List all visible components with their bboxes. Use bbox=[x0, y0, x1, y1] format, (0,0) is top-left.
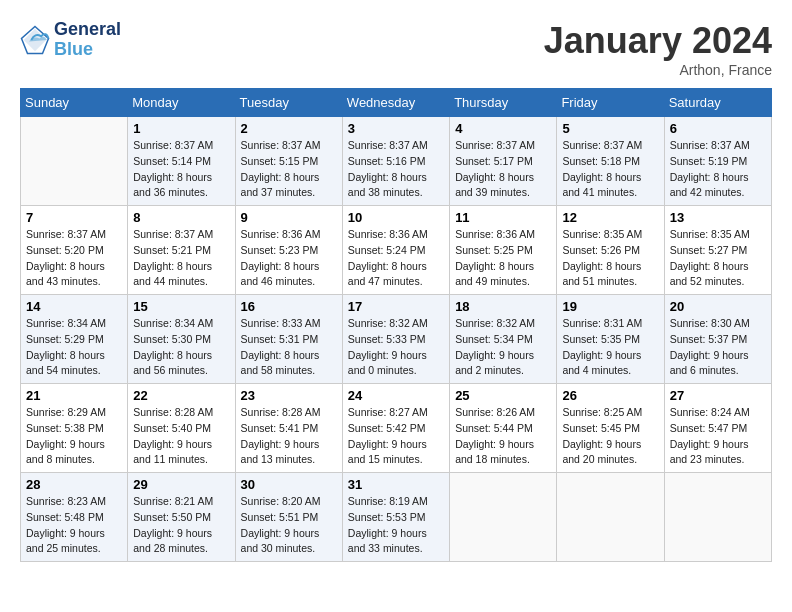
day-number: 3 bbox=[348, 121, 444, 136]
calendar-cell: 9 Sunrise: 8:36 AM Sunset: 5:23 PM Dayli… bbox=[235, 206, 342, 295]
sunrise-text: Sunrise: 8:28 AM bbox=[133, 405, 229, 421]
calendar-cell: 28 Sunrise: 8:23 AM Sunset: 5:48 PM Dayl… bbox=[21, 473, 128, 562]
sunrise-text: Sunrise: 8:31 AM bbox=[562, 316, 658, 332]
daylight-text: Daylight: 8 hours and 41 minutes. bbox=[562, 170, 658, 202]
sunrise-text: Sunrise: 8:37 AM bbox=[241, 138, 337, 154]
sunset-text: Sunset: 5:45 PM bbox=[562, 421, 658, 437]
sunrise-text: Sunrise: 8:36 AM bbox=[241, 227, 337, 243]
day-number: 9 bbox=[241, 210, 337, 225]
day-number: 31 bbox=[348, 477, 444, 492]
calendar-cell: 18 Sunrise: 8:32 AM Sunset: 5:34 PM Dayl… bbox=[450, 295, 557, 384]
day-info: Sunrise: 8:37 AM Sunset: 5:16 PM Dayligh… bbox=[348, 138, 444, 201]
daylight-text: Daylight: 8 hours and 43 minutes. bbox=[26, 259, 122, 291]
daylight-text: Daylight: 9 hours and 23 minutes. bbox=[670, 437, 766, 469]
sunrise-text: Sunrise: 8:24 AM bbox=[670, 405, 766, 421]
daylight-text: Daylight: 9 hours and 4 minutes. bbox=[562, 348, 658, 380]
calendar-cell: 3 Sunrise: 8:37 AM Sunset: 5:16 PM Dayli… bbox=[342, 117, 449, 206]
day-number: 11 bbox=[455, 210, 551, 225]
sunset-text: Sunset: 5:35 PM bbox=[562, 332, 658, 348]
calendar-cell: 23 Sunrise: 8:28 AM Sunset: 5:41 PM Dayl… bbox=[235, 384, 342, 473]
calendar-cell: 15 Sunrise: 8:34 AM Sunset: 5:30 PM Dayl… bbox=[128, 295, 235, 384]
calendar-cell: 10 Sunrise: 8:36 AM Sunset: 5:24 PM Dayl… bbox=[342, 206, 449, 295]
sunrise-text: Sunrise: 8:37 AM bbox=[562, 138, 658, 154]
sunset-text: Sunset: 5:53 PM bbox=[348, 510, 444, 526]
day-info: Sunrise: 8:35 AM Sunset: 5:26 PM Dayligh… bbox=[562, 227, 658, 290]
day-info: Sunrise: 8:37 AM Sunset: 5:14 PM Dayligh… bbox=[133, 138, 229, 201]
sunset-text: Sunset: 5:42 PM bbox=[348, 421, 444, 437]
weekday-header: Wednesday bbox=[342, 89, 449, 117]
day-info: Sunrise: 8:28 AM Sunset: 5:40 PM Dayligh… bbox=[133, 405, 229, 468]
weekday-header: Saturday bbox=[664, 89, 771, 117]
calendar-cell: 13 Sunrise: 8:35 AM Sunset: 5:27 PM Dayl… bbox=[664, 206, 771, 295]
calendar-cell: 2 Sunrise: 8:37 AM Sunset: 5:15 PM Dayli… bbox=[235, 117, 342, 206]
sunrise-text: Sunrise: 8:23 AM bbox=[26, 494, 122, 510]
sunset-text: Sunset: 5:33 PM bbox=[348, 332, 444, 348]
sunset-text: Sunset: 5:16 PM bbox=[348, 154, 444, 170]
sunset-text: Sunset: 5:48 PM bbox=[26, 510, 122, 526]
calendar-cell: 14 Sunrise: 8:34 AM Sunset: 5:29 PM Dayl… bbox=[21, 295, 128, 384]
sunrise-text: Sunrise: 8:37 AM bbox=[348, 138, 444, 154]
sunrise-text: Sunrise: 8:35 AM bbox=[670, 227, 766, 243]
calendar-cell: 5 Sunrise: 8:37 AM Sunset: 5:18 PM Dayli… bbox=[557, 117, 664, 206]
sunrise-text: Sunrise: 8:37 AM bbox=[133, 227, 229, 243]
sunset-text: Sunset: 5:18 PM bbox=[562, 154, 658, 170]
calendar-cell: 4 Sunrise: 8:37 AM Sunset: 5:17 PM Dayli… bbox=[450, 117, 557, 206]
day-number: 6 bbox=[670, 121, 766, 136]
sunrise-text: Sunrise: 8:37 AM bbox=[26, 227, 122, 243]
daylight-text: Daylight: 9 hours and 20 minutes. bbox=[562, 437, 658, 469]
day-info: Sunrise: 8:30 AM Sunset: 5:37 PM Dayligh… bbox=[670, 316, 766, 379]
daylight-text: Daylight: 9 hours and 2 minutes. bbox=[455, 348, 551, 380]
daylight-text: Daylight: 9 hours and 0 minutes. bbox=[348, 348, 444, 380]
sunrise-text: Sunrise: 8:25 AM bbox=[562, 405, 658, 421]
sunrise-text: Sunrise: 8:37 AM bbox=[133, 138, 229, 154]
calendar-cell: 1 Sunrise: 8:37 AM Sunset: 5:14 PM Dayli… bbox=[128, 117, 235, 206]
logo-icon bbox=[20, 25, 50, 55]
logo-name: GeneralBlue bbox=[54, 20, 121, 60]
sunset-text: Sunset: 5:26 PM bbox=[562, 243, 658, 259]
calendar-cell: 25 Sunrise: 8:26 AM Sunset: 5:44 PM Dayl… bbox=[450, 384, 557, 473]
sunrise-text: Sunrise: 8:28 AM bbox=[241, 405, 337, 421]
daylight-text: Daylight: 8 hours and 58 minutes. bbox=[241, 348, 337, 380]
day-info: Sunrise: 8:31 AM Sunset: 5:35 PM Dayligh… bbox=[562, 316, 658, 379]
day-number: 10 bbox=[348, 210, 444, 225]
day-number: 22 bbox=[133, 388, 229, 403]
sunrise-text: Sunrise: 8:21 AM bbox=[133, 494, 229, 510]
daylight-text: Daylight: 8 hours and 46 minutes. bbox=[241, 259, 337, 291]
calendar-cell: 12 Sunrise: 8:35 AM Sunset: 5:26 PM Dayl… bbox=[557, 206, 664, 295]
day-info: Sunrise: 8:19 AM Sunset: 5:53 PM Dayligh… bbox=[348, 494, 444, 557]
daylight-text: Daylight: 9 hours and 6 minutes. bbox=[670, 348, 766, 380]
day-info: Sunrise: 8:33 AM Sunset: 5:31 PM Dayligh… bbox=[241, 316, 337, 379]
sunset-text: Sunset: 5:51 PM bbox=[241, 510, 337, 526]
sunrise-text: Sunrise: 8:36 AM bbox=[455, 227, 551, 243]
sunset-text: Sunset: 5:20 PM bbox=[26, 243, 122, 259]
day-number: 27 bbox=[670, 388, 766, 403]
calendar-cell: 24 Sunrise: 8:27 AM Sunset: 5:42 PM Dayl… bbox=[342, 384, 449, 473]
daylight-text: Daylight: 9 hours and 13 minutes. bbox=[241, 437, 337, 469]
daylight-text: Daylight: 8 hours and 42 minutes. bbox=[670, 170, 766, 202]
day-info: Sunrise: 8:23 AM Sunset: 5:48 PM Dayligh… bbox=[26, 494, 122, 557]
calendar-week-row: 1 Sunrise: 8:37 AM Sunset: 5:14 PM Dayli… bbox=[21, 117, 772, 206]
daylight-text: Daylight: 8 hours and 39 minutes. bbox=[455, 170, 551, 202]
calendar-cell: 17 Sunrise: 8:32 AM Sunset: 5:33 PM Dayl… bbox=[342, 295, 449, 384]
daylight-text: Daylight: 9 hours and 28 minutes. bbox=[133, 526, 229, 558]
sunset-text: Sunset: 5:47 PM bbox=[670, 421, 766, 437]
sunrise-text: Sunrise: 8:19 AM bbox=[348, 494, 444, 510]
calendar-cell: 7 Sunrise: 8:37 AM Sunset: 5:20 PM Dayli… bbox=[21, 206, 128, 295]
weekday-header: Friday bbox=[557, 89, 664, 117]
weekday-header: Monday bbox=[128, 89, 235, 117]
day-number: 26 bbox=[562, 388, 658, 403]
calendar-cell: 11 Sunrise: 8:36 AM Sunset: 5:25 PM Dayl… bbox=[450, 206, 557, 295]
calendar-table: SundayMondayTuesdayWednesdayThursdayFrid… bbox=[20, 88, 772, 562]
calendar-cell: 6 Sunrise: 8:37 AM Sunset: 5:19 PM Dayli… bbox=[664, 117, 771, 206]
calendar-cell: 31 Sunrise: 8:19 AM Sunset: 5:53 PM Dayl… bbox=[342, 473, 449, 562]
sunrise-text: Sunrise: 8:34 AM bbox=[26, 316, 122, 332]
calendar-cell: 26 Sunrise: 8:25 AM Sunset: 5:45 PM Dayl… bbox=[557, 384, 664, 473]
day-info: Sunrise: 8:26 AM Sunset: 5:44 PM Dayligh… bbox=[455, 405, 551, 468]
day-number: 7 bbox=[26, 210, 122, 225]
weekday-header: Sunday bbox=[21, 89, 128, 117]
day-number: 4 bbox=[455, 121, 551, 136]
calendar-cell: 22 Sunrise: 8:28 AM Sunset: 5:40 PM Dayl… bbox=[128, 384, 235, 473]
location: Arthon, France bbox=[544, 62, 772, 78]
day-info: Sunrise: 8:21 AM Sunset: 5:50 PM Dayligh… bbox=[133, 494, 229, 557]
sunset-text: Sunset: 5:25 PM bbox=[455, 243, 551, 259]
